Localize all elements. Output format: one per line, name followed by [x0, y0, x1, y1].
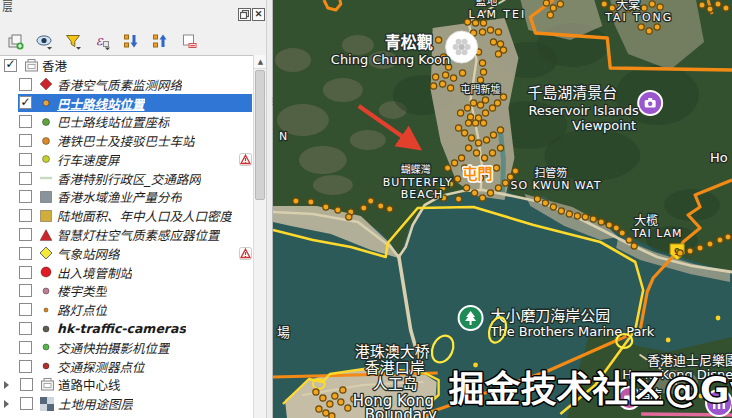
filter-legend-button[interactable]: [62, 30, 84, 52]
layer-label[interactable]: 香港: [42, 56, 67, 75]
layer-label[interactable]: 港铁巴士及接驳巴士车站: [57, 131, 195, 150]
svg-text:SO KWUN WAT: SO KWUN WAT: [510, 179, 601, 192]
layer-row[interactable]: 气象站网络: [0, 244, 266, 263]
layer-visibility-checkbox[interactable]: [19, 134, 32, 147]
svg-text:屯門: 屯門: [463, 165, 493, 183]
layer-symbol-icon: [39, 96, 53, 110]
svg-text:香港迪士尼樂園: 香港迪士尼樂園: [647, 353, 732, 368]
svg-text:扫管笏: 扫管笏: [534, 166, 567, 180]
layer-label[interactable]: 路灯点位: [57, 300, 107, 319]
satellite-map-image: 9青松觀Ching Chung Koon藍地LAM TEI大棠TAI TONGH…: [273, 0, 732, 418]
layer-row[interactable]: 巴士路线站位置座标: [0, 112, 266, 131]
collapse-all-button[interactable]: [149, 30, 171, 52]
layer-label[interactable]: 香港空气质素监测网络: [57, 75, 182, 94]
row-indent: [0, 150, 18, 169]
map-canvas[interactable]: 9青松觀Ching Chung Koon藍地LAM TEI大棠TAI TONGH…: [273, 0, 732, 418]
layer-visibility-checkbox[interactable]: [19, 153, 32, 166]
manage-map-themes-button[interactable]: [33, 30, 55, 52]
layer-visibility-checkbox[interactable]: [19, 322, 32, 335]
layer-row[interactable]: 道路中心线: [0, 376, 266, 395]
filter-by-expression-button[interactable]: ε: [91, 30, 113, 52]
layer-symbol-icon: [39, 228, 53, 242]
layer-label[interactable]: 香港特别行政区_交通路网: [57, 169, 201, 188]
layer-label[interactable]: 巴士路线站位置座标: [57, 112, 170, 131]
layer-row[interactable]: ✓香港: [0, 56, 266, 75]
layer-label[interactable]: 道路中心线: [58, 375, 121, 394]
row-indent: [0, 75, 18, 94]
layer-symbol-icon: [39, 284, 53, 298]
layer-visibility-checkbox[interactable]: [19, 341, 32, 354]
scrollbar-thumb[interactable]: [255, 70, 265, 200]
expand-arrow-icon[interactable]: [4, 381, 18, 389]
layer-row[interactable]: 土地用途图层: [0, 394, 266, 413]
layer-row[interactable]: 陆地面积、年中人口及人口密度: [0, 206, 266, 225]
layers-panel-side-tab[interactable]: 图层: [0, 0, 13, 26]
epsilon-icon: ε: [94, 33, 111, 50]
close-panel-button[interactable]: ✕: [252, 8, 265, 21]
layer-label[interactable]: 土地用途图层: [58, 394, 133, 413]
layer-warning-icon[interactable]: [239, 247, 252, 260]
float-icon: [240, 10, 249, 19]
layer-symbol-icon: [39, 171, 53, 185]
layer-visibility-checkbox[interactable]: [19, 284, 32, 297]
layer-label[interactable]: 智慧灯柱空气质素感应器位置: [57, 225, 220, 244]
layer-row[interactable]: 香港水域渔业产量分布: [0, 188, 266, 207]
layer-visibility-checkbox[interactable]: [19, 247, 32, 260]
check-mark-icon: ✓: [5, 59, 15, 69]
layer-label[interactable]: 交通探测器点位: [57, 357, 145, 376]
expand-arrow-icon[interactable]: [4, 400, 18, 408]
layer-symbol-icon: [39, 322, 53, 336]
layer-row[interactable]: 楼宇类型: [0, 282, 266, 301]
layer-visibility-checkbox[interactable]: [19, 115, 32, 128]
row-indent: [0, 319, 18, 338]
layer-label[interactable]: 陆地面积、年中人口及人口密度: [57, 206, 232, 225]
layer-warning-icon[interactable]: [239, 153, 252, 166]
float-panel-button[interactable]: [238, 8, 251, 21]
layer-visibility-checkbox[interactable]: [20, 397, 33, 410]
layer-label[interactable]: 楼宇类型: [57, 281, 107, 300]
layer-visibility-checkbox[interactable]: [19, 266, 32, 279]
layer-label[interactable]: 巴士路线站位置: [57, 94, 145, 113]
layer-row[interactable]: 路灯点位: [0, 300, 266, 319]
layer-visibility-checkbox[interactable]: [19, 78, 32, 91]
layer-row[interactable]: 港铁巴士及接驳巴士车站: [0, 131, 266, 150]
layer-row[interactable]: 出入境管制站: [0, 263, 266, 282]
layer-label[interactable]: 行车速度屏: [57, 150, 120, 169]
layer-symbol-icon: [39, 190, 53, 204]
layer-label[interactable]: 出入境管制站: [57, 263, 132, 282]
expand-all-button[interactable]: [120, 30, 142, 52]
layer-row-selected[interactable]: ✓巴士路线站位置: [0, 94, 266, 113]
layer-visibility-checkbox[interactable]: [19, 172, 32, 185]
layer-visibility-checkbox[interactable]: [20, 378, 33, 391]
layer-symbol-icon: [39, 209, 53, 223]
eye-icon: [36, 33, 53, 50]
layer-row[interactable]: 交通探测器点位: [0, 357, 266, 376]
layer-visibility-checkbox[interactable]: [19, 190, 32, 203]
panel-splitter[interactable]: ⋮: [266, 0, 273, 418]
layer-visibility-checkbox[interactable]: ✓: [19, 96, 32, 109]
layer-visibility-checkbox[interactable]: [19, 360, 32, 373]
svg-text:大榄: 大榄: [634, 214, 658, 228]
layer-label[interactable]: 香港水域渔业产量分布: [57, 187, 182, 206]
remove-layer-button[interactable]: [178, 30, 200, 52]
layer-label[interactable]: 气象站网络: [57, 244, 120, 263]
open-layer-styling-button[interactable]: [4, 30, 26, 52]
layer-row[interactable]: 智慧灯柱空气质素感应器位置: [0, 225, 266, 244]
viewpoint-camera-poi: [638, 91, 662, 115]
row-indent: [0, 357, 18, 376]
layer-symbol-icon: [39, 77, 53, 91]
layer-visibility-checkbox[interactable]: ✓: [4, 59, 17, 72]
layer-visibility-checkbox[interactable]: [19, 303, 32, 316]
layer-row[interactable]: 香港空气质素监测网络: [0, 75, 266, 94]
layer-row[interactable]: 香港特别行政区_交通路网: [0, 169, 266, 188]
svg-text:LAM TEI: LAM TEI: [469, 8, 527, 21]
layer-label[interactable]: hk-traffic-cameras: [57, 321, 186, 336]
layer-label[interactable]: 交通快拍摄影机位置: [57, 338, 170, 357]
layer-row[interactable]: 行车速度屏: [0, 150, 266, 169]
layer-row[interactable]: hk-traffic-cameras: [0, 319, 266, 338]
svg-text:藍地: 藍地: [476, 0, 498, 8]
layer-row[interactable]: 交通快拍摄影机位置: [0, 338, 266, 357]
layer-visibility-checkbox[interactable]: [19, 228, 32, 241]
layer-visibility-checkbox[interactable]: [19, 209, 32, 222]
layer-tree-scrollbar[interactable]: ▲: [253, 55, 266, 418]
